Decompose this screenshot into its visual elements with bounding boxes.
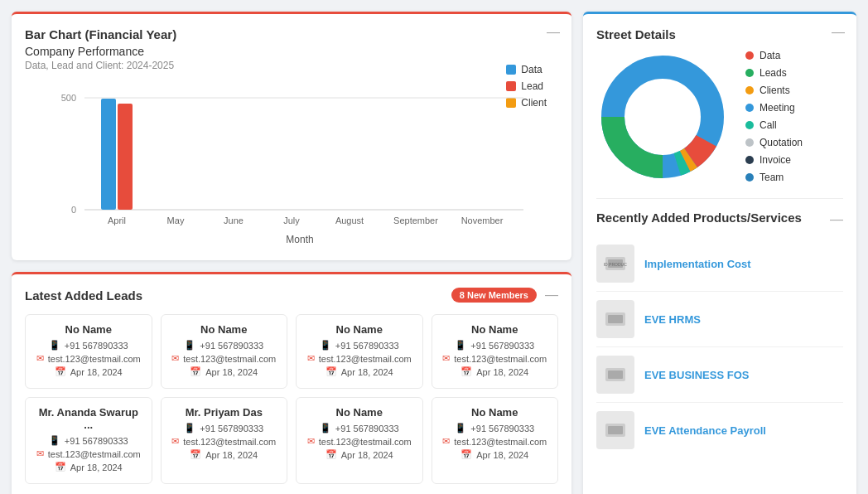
donut-team-label: Team: [760, 172, 784, 183]
donut-legend-data: Data: [745, 50, 803, 61]
new-members-badge: 8 New Members: [451, 288, 537, 303]
products-title: Recently Added Products/Services: [596, 211, 802, 225]
lead-phone-6: 📱 +91 567890333: [305, 423, 414, 433]
svg-text:May: May: [167, 216, 185, 225]
product-item-2: EVE BUSINESS FOS: [596, 347, 843, 403]
lead-date-1: 📅 Apr 18, 2024: [170, 366, 279, 377]
dashboard: — Bar Chart (Financial Year) Company Per…: [0, 0, 868, 494]
product-icon-2: [604, 363, 627, 386]
street-minimize[interactable]: —: [832, 26, 845, 39]
svg-rect-4: [101, 99, 116, 210]
lead-email-0: ✉ test.123@testmail.com: [34, 353, 143, 364]
lead-email-4: ✉ test.123@testmail.com: [34, 448, 143, 459]
svg-text:July: July: [283, 216, 300, 225]
donut-legend-clients: Clients: [745, 85, 803, 96]
phone-icon-4: 📱: [49, 435, 60, 446]
date-icon-0: 📅: [55, 366, 66, 377]
lead-date-7: 📅 Apr 18, 2024: [441, 449, 550, 460]
legend-data: Data: [506, 64, 547, 75]
leads-title: Latest Added Leads: [25, 288, 142, 303]
svg-text:August: August: [335, 216, 364, 225]
lead-date-6: 📅 Apr 18, 2024: [305, 449, 414, 460]
date-icon-6: 📅: [326, 449, 337, 460]
lead-email-2: ✉ test.123@testmail.com: [305, 353, 414, 364]
leads-header: Latest Added Leads 8 New Members —: [25, 288, 558, 303]
product-name-3: EVE Attendance Payroll: [644, 424, 766, 437]
email-icon-1: ✉: [171, 353, 179, 364]
svg-text:500: 500: [61, 93, 76, 103]
svg-text:Month: Month: [286, 234, 313, 245]
donut-invoice-label: Invoice: [760, 154, 791, 166]
donut-data-label: Data: [760, 50, 780, 61]
product-icon-3: [604, 419, 627, 442]
donut-quotation-dot: [745, 138, 754, 147]
products-section: Recently Added Products/Services — NO PR…: [596, 198, 843, 458]
date-icon-3: 📅: [461, 366, 472, 377]
product-item-0: NO PRODUCT Implementation Cost: [596, 236, 843, 292]
email-icon-4: ✉: [36, 448, 44, 459]
lead-name-3: No Name: [441, 323, 550, 336]
lead-card-1[interactable]: No Name 📱 +91 567890333 ✉ test.123@testm…: [161, 314, 288, 389]
lead-phone-4: 📱 +91 567890333: [34, 435, 143, 446]
email-icon-5: ✉: [171, 436, 179, 447]
svg-rect-26: [608, 370, 623, 379]
leads-minimize[interactable]: —: [545, 288, 558, 303]
product-name-2: EVE BUSINESS FOS: [644, 369, 749, 381]
svg-text:April: April: [108, 216, 126, 225]
lead-name-6: No Name: [305, 406, 414, 419]
lead-name-4: Mr. Ananda Swarup ...: [34, 406, 143, 431]
lead-card-0[interactable]: No Name 📱 +91 567890333 ✉ test.123@testm…: [25, 314, 152, 389]
phone-icon-0: 📱: [49, 340, 60, 351]
phone-icon-2: 📱: [320, 340, 331, 351]
date-icon-4: 📅: [55, 462, 66, 472]
donut-invoice-dot: [745, 156, 754, 164]
svg-rect-5: [118, 104, 133, 210]
lead-card-5[interactable]: Mr. Priyam Das 📱 +91 567890333 ✉ test.12…: [161, 397, 288, 484]
lead-email-3: ✉ test.123@testmail.com: [441, 353, 550, 364]
product-icon-0: NO PRODUCT: [604, 252, 627, 275]
svg-text:September: September: [393, 216, 438, 225]
bar-chart-card: — Bar Chart (Financial Year) Company Per…: [12, 12, 571, 260]
donut-legend-team: Team: [745, 172, 803, 183]
product-thumb-3: [596, 411, 634, 449]
product-icon-1: [604, 308, 627, 331]
lead-date-5: 📅 Apr 18, 2024: [170, 449, 279, 460]
lead-email-5: ✉ test.123@testmail.com: [170, 436, 279, 447]
svg-text:June: June: [224, 216, 244, 225]
lead-card-2[interactable]: No Name 📱 +91 567890333 ✉ test.123@testm…: [296, 314, 423, 389]
products-minimize[interactable]: —: [830, 213, 843, 226]
svg-point-19: [626, 80, 699, 153]
donut-clients-dot: [745, 86, 754, 94]
leads-grid: No Name 📱 +91 567890333 ✉ test.123@testm…: [25, 314, 558, 484]
lead-name-7: No Name: [441, 406, 550, 419]
latest-leads-card: Latest Added Leads 8 New Members — No Na…: [12, 272, 571, 494]
lead-card-6[interactable]: No Name 📱 +91 567890333 ✉ test.123@testm…: [296, 397, 423, 484]
product-thumb-1: [596, 300, 634, 338]
lead-date-3: 📅 Apr 18, 2024: [441, 366, 550, 377]
donut-leads-dot: [745, 69, 754, 77]
bar-chart-svg: 500 0 April May June July August Septemb…: [25, 81, 558, 247]
lead-phone-2: 📱 +91 567890333: [305, 340, 414, 351]
bar-chart-minimize[interactable]: —: [547, 26, 560, 39]
donut-call-label: Call: [760, 119, 777, 131]
donut-team-dot: [745, 173, 754, 182]
donut-meeting-dot: [745, 104, 754, 112]
lead-phone-3: 📱 +91 567890333: [441, 340, 550, 351]
donut-meeting-label: Meeting: [760, 102, 795, 114]
lead-date-4: 📅 Apr 18, 2024: [34, 462, 143, 472]
email-icon-2: ✉: [307, 353, 315, 364]
bar-chart-subtitle: Data, Lead and Client: 2024-2025: [25, 60, 558, 71]
legend-data-label: Data: [521, 64, 542, 75]
product-thumb-0: NO PRODUCT: [596, 245, 634, 283]
lead-email-7: ✉ test.123@testmail.com: [441, 436, 550, 447]
email-icon-6: ✉: [307, 436, 315, 447]
lead-name-1: No Name: [170, 323, 279, 336]
donut-legend: Data Leads Clients Meeting Call: [745, 50, 803, 183]
lead-card-4[interactable]: Mr. Ananda Swarup ... 📱 +91 567890333 ✉ …: [25, 397, 152, 484]
phone-icon-1: 📱: [184, 340, 195, 351]
lead-name-5: Mr. Priyam Das: [170, 406, 279, 419]
svg-rect-24: [608, 315, 623, 323]
lead-phone-0: 📱 +91 567890333: [34, 340, 143, 351]
lead-card-3[interactable]: No Name 📱 +91 567890333 ✉ test.123@testm…: [432, 314, 559, 389]
lead-card-7[interactable]: No Name 📱 +91 567890333 ✉ test.123@testm…: [432, 397, 559, 484]
